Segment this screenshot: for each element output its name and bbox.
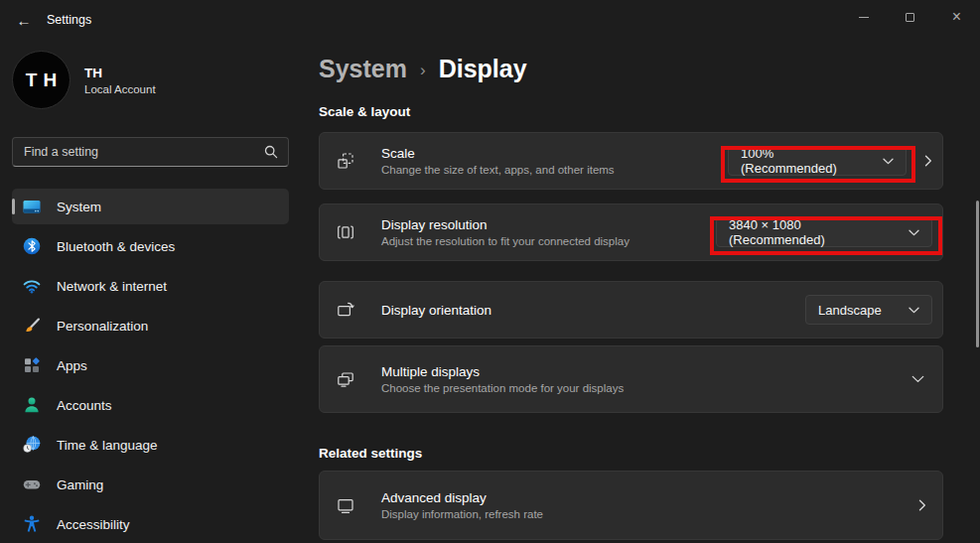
window-title: Settings	[47, 13, 91, 27]
minimize-icon	[859, 17, 869, 18]
sidebar-nav: System Bluetooth & devices Network & int…	[12, 189, 289, 543]
chevron-down-icon	[909, 229, 919, 236]
setting-row-display-resolution[interactable]: Display resolution Adjust the resolution…	[319, 204, 943, 261]
sidebar-item-label: Apps	[57, 358, 87, 373]
orientation-title: Display orientation	[381, 303, 805, 318]
account-profile[interactable]: TH TH Local Account	[12, 51, 156, 109]
system-icon	[22, 197, 42, 216]
vertical-scrollbar-thumb[interactable]	[976, 201, 979, 347]
maximize-button[interactable]	[887, 0, 933, 34]
setting-row-advanced-display[interactable]: Advanced display Display information, re…	[319, 471, 943, 540]
sidebar-item-label: Network & internet	[57, 279, 167, 294]
display-resolution-icon	[336, 222, 355, 242]
resolution-dropdown-value: 3840 × 1080 (Recommended)	[729, 217, 897, 247]
avatar: TH	[12, 51, 70, 109]
scale-icon	[336, 151, 355, 171]
back-arrow-icon: ←	[17, 12, 32, 29]
resolution-subtitle: Adjust the resolution to fit your connec…	[381, 235, 716, 247]
setting-row-scale[interactable]: Scale Change the size of text, apps, and…	[319, 132, 943, 190]
sidebar-item-network-internet[interactable]: Network & internet	[12, 268, 289, 304]
setting-row-display-orientation[interactable]: Display orientation Landscape	[319, 281, 943, 339]
sidebar-item-label: Accessibility	[57, 517, 130, 532]
sidebar-item-label: Accounts	[57, 398, 112, 413]
display-orientation-icon	[336, 300, 355, 320]
sidebar-item-accounts[interactable]: Accounts	[12, 387, 289, 423]
multiple-displays-subtitle: Choose the presentation mode for your di…	[381, 382, 911, 394]
multiple-displays-icon	[336, 369, 355, 389]
scale-title: Scale	[381, 146, 728, 161]
sidebar-item-personalization[interactable]: Personalization	[12, 308, 289, 343]
chevron-down-icon	[883, 158, 894, 165]
window-controls: ×	[840, 0, 980, 34]
sidebar-item-label: Personalization	[57, 319, 148, 334]
advanced-display-title: Advanced display	[381, 490, 918, 505]
accounts-icon	[22, 395, 42, 415]
apps-icon	[22, 355, 42, 375]
orientation-dropdown-value: Landscape	[818, 303, 882, 318]
sidebar-item-label: System	[57, 200, 101, 214]
scale-subtitle: Change the size of text, apps, and other…	[381, 164, 728, 176]
chevron-right-icon	[918, 499, 926, 511]
breadcrumb-separator-icon: ›	[420, 61, 426, 80]
sidebar-item-bluetooth-devices[interactable]: Bluetooth & devices	[12, 228, 289, 264]
personalization-icon	[22, 316, 42, 336]
accessibility-icon	[22, 514, 42, 534]
close-button[interactable]: ×	[933, 0, 980, 34]
maximize-icon	[906, 13, 914, 22]
profile-account-type: Local Account	[84, 83, 156, 95]
chevron-down-icon	[911, 375, 924, 383]
scale-dropdown[interactable]: 100% (Recommended)	[728, 146, 907, 176]
search-box[interactable]	[12, 137, 289, 167]
advanced-display-subtitle: Display information, refresh rate	[381, 508, 918, 520]
close-icon: ×	[952, 9, 961, 25]
breadcrumb: System › Display	[319, 55, 527, 83]
resolution-dropdown[interactable]: 3840 × 1080 (Recommended)	[716, 217, 932, 247]
chevron-right-icon	[924, 155, 932, 167]
sidebar-item-label: Time & language	[57, 438, 158, 453]
sidebar-item-gaming[interactable]: Gaming	[12, 467, 289, 502]
gaming-icon	[22, 475, 42, 494]
sidebar-item-label: Bluetooth & devices	[57, 239, 175, 254]
search-icon	[264, 145, 278, 159]
search-input[interactable]	[13, 145, 264, 159]
sidebar-item-label: Gaming	[57, 477, 103, 492]
sidebar-item-time-language[interactable]: Time & language	[12, 427, 289, 463]
breadcrumb-system-link[interactable]: System	[319, 55, 407, 83]
resolution-title: Display resolution	[381, 217, 716, 232]
multiple-displays-title: Multiple displays	[381, 364, 911, 379]
section-heading-scale-layout: Scale & layout	[319, 104, 410, 119]
sidebar-item-system[interactable]: System	[12, 189, 289, 224]
sidebar-item-apps[interactable]: Apps	[12, 347, 289, 383]
minimize-button[interactable]	[840, 0, 887, 34]
profile-name: TH	[84, 66, 156, 80]
time-language-icon	[22, 435, 42, 455]
sidebar-item-accessibility[interactable]: Accessibility	[12, 506, 289, 542]
bluetooth-icon	[22, 236, 42, 256]
page-title: Display	[439, 55, 527, 83]
advanced-display-icon	[336, 495, 355, 515]
chevron-down-icon	[909, 307, 919, 314]
section-heading-related-settings: Related settings	[319, 446, 422, 461]
back-button[interactable]: ←	[8, 4, 40, 36]
orientation-dropdown[interactable]: Landscape	[805, 295, 932, 325]
scale-dropdown-value: 100% (Recommended)	[741, 146, 871, 176]
network-icon	[22, 276, 42, 296]
setting-row-multiple-displays[interactable]: Multiple displays Choose the presentatio…	[319, 345, 943, 413]
